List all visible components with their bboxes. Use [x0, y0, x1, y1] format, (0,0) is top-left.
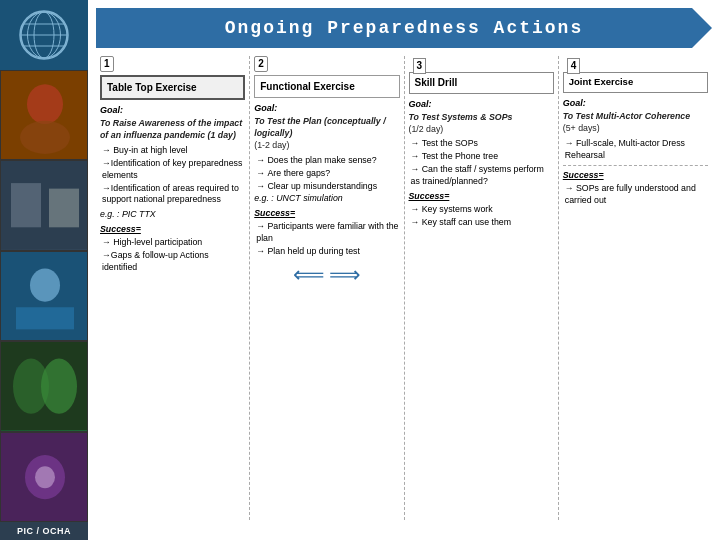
col-3: 3 Skill Drill Goal: To Test Systems & SO…	[404, 56, 558, 520]
svg-rect-15	[16, 307, 74, 329]
col1-success-title: Success=	[100, 224, 245, 236]
col3-number: 3	[413, 58, 427, 74]
col3-goal-text: To Test Systems & SOPs(1/2 day)	[409, 112, 554, 136]
col4-b1: Full-scale, Multi-actor Dress Rehearsal	[563, 138, 708, 162]
col2-success-title: Success=	[254, 208, 399, 220]
col1-bullet-3: →Identification of areas required to sup…	[100, 183, 245, 207]
sidebar: PIC / OCHA	[0, 0, 88, 540]
col2-number: 2	[254, 56, 268, 72]
col2-goal-text: To Test the Plan (conceptually / logical…	[254, 116, 399, 152]
image-boxes	[0, 70, 88, 522]
pic-ocha-label: PIC / OCHA	[0, 522, 88, 540]
col3-success-1: Key systems work	[409, 204, 554, 216]
svg-point-21	[35, 466, 55, 488]
image-box-1	[0, 70, 88, 160]
col2-q3: Clear up misunderstandings	[254, 181, 399, 193]
logo-area	[0, 0, 88, 70]
col1-number: 1	[100, 56, 114, 72]
svg-point-8	[27, 84, 63, 124]
col-4: 4 Joint Exercise Goal: To Test Multi-Act…	[558, 56, 712, 520]
col2-box: Functional Exercise	[254, 75, 399, 99]
divider-1	[563, 165, 708, 166]
image-box-2	[0, 160, 88, 250]
left-arrow-icon: ⟸	[293, 264, 325, 286]
col4-box: Joint Exercise	[563, 72, 708, 93]
col3-b3: Can the staff / systems perform as train…	[409, 164, 554, 188]
page-title: Ongoing Preparedness Actions	[96, 8, 712, 48]
col3-b2: Test the Phone tree	[409, 151, 554, 163]
svg-point-18	[41, 359, 77, 414]
col1-bullet-2: →Identification of key preparedness elem…	[100, 158, 245, 182]
svg-rect-11	[11, 184, 41, 228]
image-box-5	[0, 432, 88, 522]
image-box-3	[0, 251, 88, 341]
right-arrow-icon: ⟹	[329, 264, 361, 286]
svg-point-9	[20, 121, 70, 154]
col-1: 1 Table Top Exercise Goal: To Raise Awar…	[96, 56, 249, 520]
col2-goal-title: Goal:	[254, 102, 399, 114]
col2-success-1: → Participants were familiar with the pl…	[254, 221, 399, 245]
col3-success-title: Success=	[409, 191, 554, 203]
col1-success-2: →Gaps & follow-up Actions identified	[100, 250, 245, 274]
skill-drill-area: 3 Skill Drill	[409, 56, 554, 94]
svg-rect-12	[49, 189, 79, 228]
col3-b1: Test the SOPs	[409, 138, 554, 150]
main-content: Ongoing Preparedness Actions 1 Table Top…	[88, 0, 720, 540]
col3-goal-title: Goal:	[409, 98, 554, 110]
col1-box: Table Top Exercise	[100, 75, 245, 101]
horizontal-arrows: ⟸ ⟹	[254, 264, 399, 286]
col2-eg: e.g. : UNCT simulation	[254, 193, 399, 205]
un-logo-icon	[19, 10, 69, 60]
col2-q1: Does the plan make sense?	[254, 155, 399, 167]
col1-goal-text: To Raise Awareness of the impact of an i…	[100, 118, 245, 142]
col1-eg: e.g. : PIC TTX	[100, 209, 245, 221]
col1-goal-title: Goal:	[100, 104, 245, 116]
col2-success-2: → Plan held up during test	[254, 246, 399, 258]
col1-bullet-1: Buy-in at high level	[100, 145, 245, 157]
columns-area: 1 Table Top Exercise Goal: To Raise Awar…	[88, 48, 720, 520]
svg-point-14	[30, 268, 60, 301]
col4-success-1: → SOPs are fully understood and carried …	[563, 183, 708, 207]
col2-q2: Are there gaps?	[254, 168, 399, 180]
col4-goal-text: To Test Multi-Actor Coherence(5+ days)	[563, 111, 708, 135]
col4-success-title: Success=	[563, 170, 708, 182]
col-2: 2 Functional Exercise Goal: To Test the …	[249, 56, 403, 520]
col4-number: 4	[567, 58, 581, 74]
col4-goal-title: Goal:	[563, 97, 708, 109]
col1-success-1: → High-level participation	[100, 237, 245, 249]
col3-box: Skill Drill	[409, 72, 554, 94]
image-box-4	[0, 341, 88, 431]
joint-exercise-area: 4 Joint Exercise	[563, 56, 708, 93]
col3-success-2: Key staff can use them	[409, 217, 554, 229]
